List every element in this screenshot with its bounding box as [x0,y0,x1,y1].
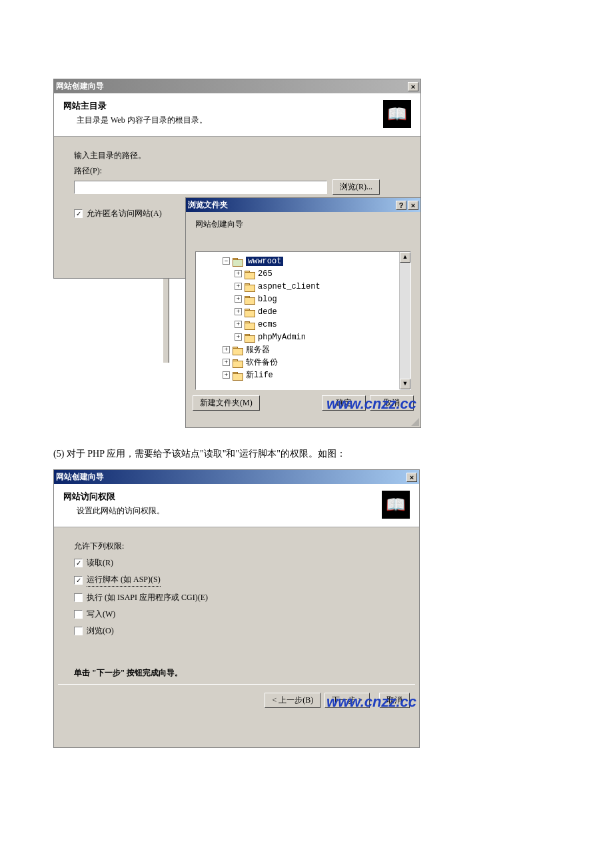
folder-tree[interactable]: − wwwroot + 265 + aspnet_client [195,251,411,390]
folder-icon [245,333,255,341]
perm-read-label: 读取(R) [87,557,113,569]
wizard-hint: 单击 "下一步" 按钮完成向导。 [74,667,399,679]
expander-plus-icon[interactable]: + [223,371,230,379]
path-label: 路径(P): [74,165,400,177]
expander-plus-icon[interactable]: + [235,270,242,277]
wizard-header-title: 网站主目录 [63,100,207,112]
wizard-permissions-dialog: 网站创建向导 × 网站访问权限 设置此网站的访问权限。 📖 允许下列权限: 读取… [53,469,420,748]
close-icon[interactable]: × [408,82,418,91]
perm-browse-label: 浏览(O) [87,625,114,637]
scroll-up-icon[interactable]: ▲ [400,252,410,263]
perm-exec-label: 执行 (如 ISAPI 应用程序或 CGI)(E) [87,592,208,603]
wizard2-header-sub: 设置此网站的访问权限。 [63,505,165,517]
expander-plus-icon[interactable]: + [223,346,230,353]
folder-icon [245,269,255,278]
anon-checkbox[interactable] [74,209,83,218]
expander-plus-icon[interactable]: + [235,321,242,328]
tree-node[interactable]: 新life [246,369,273,381]
folder-icon [233,371,243,379]
prompt-text: 输入主目录的路径。 [74,150,400,161]
allow-label: 允许下列权限: [74,541,399,552]
tree-node[interactable]: aspnet_client [258,282,320,291]
tree-node[interactable]: ecms [258,320,277,329]
anon-checkbox-label: 允许匿名访问网站(A) [87,208,162,219]
close-icon[interactable]: × [406,473,417,482]
close-icon[interactable]: × [408,201,418,210]
dialog-side-edge [163,279,169,363]
perm-script-checkbox[interactable] [74,576,83,585]
tree-node[interactable]: 软件备份 [246,357,278,368]
ok-button[interactable]: 确定 [322,395,366,411]
folder-icon [233,345,243,354]
browse-button[interactable]: 浏览(R)... [332,179,380,195]
new-folder-button[interactable]: 新建文件夹(M) [193,395,260,411]
help-icon[interactable]: ? [396,201,406,210]
folder-open-icon [233,257,243,265]
perm-write-label: 写入(W) [87,609,115,620]
tree-node[interactable]: phpMyAdmin [258,333,306,342]
resize-grip-icon[interactable] [410,417,419,426]
tree-node[interactable]: dede [258,307,277,317]
wizard2-title: 网站创建向导 [56,471,104,483]
path-input[interactable] [74,181,327,194]
wizard-header-sub: 主目录是 Web 内容子目录的根目录。 [63,115,207,126]
expander-minus-icon[interactable]: − [223,257,230,265]
scroll-down-icon[interactable]: ▼ [400,379,410,389]
folder-icon [233,358,243,367]
cancel-button[interactable]: 取消 [379,693,410,708]
browse-title-bar: 浏览文件夹 ? × [186,198,420,212]
tree-node-selected[interactable]: wwwroot [246,257,283,266]
browse-folder-dialog: 浏览文件夹 ? × 网站创建向导 − wwwroot + [185,197,421,428]
perm-exec-checkbox[interactable] [74,593,83,602]
tree-scrollbar[interactable]: ▲ ▼ [399,252,410,389]
tree-node[interactable]: 265 [258,269,273,279]
folder-icon [245,295,255,303]
expander-plus-icon[interactable]: + [235,333,242,341]
browse-title: 浏览文件夹 [188,199,228,211]
wizard-icon: 📖 [382,491,410,519]
folder-icon [245,282,255,291]
wizard-title: 网站创建向导 [56,81,104,92]
next-button[interactable]: 下一步 > [324,693,370,708]
prev-button[interactable]: < 上一步(B) [265,693,320,708]
cancel-button[interactable]: 取消 [370,395,414,411]
wizard-icon: 📖 [383,100,411,128]
step-caption: (5) 对于 PHP 应用，需要给予该站点"读取"和"运行脚本"的权限。如图： [53,448,613,460]
expander-plus-icon[interactable]: + [235,295,242,303]
wizard-title-bar: 网站创建向导 × [54,79,420,93]
folder-icon [245,307,255,316]
perm-read-checkbox[interactable] [74,559,83,567]
expander-plus-icon[interactable]: + [223,359,230,366]
tree-node[interactable]: 服务器 [246,344,270,355]
perm-script-label: 运行脚本 (如 ASP)(S) [87,574,161,587]
expander-plus-icon[interactable]: + [235,308,242,315]
tree-node[interactable]: blog [258,295,277,304]
browse-subtitle: 网站创建向导 [186,212,420,233]
wizard2-header-title: 网站访问权限 [63,491,165,503]
folder-icon [245,320,255,329]
wizard2-title-bar: 网站创建向导 × [54,470,419,484]
perm-write-checkbox[interactable] [74,610,83,619]
expander-plus-icon[interactable]: + [235,283,242,290]
perm-browse-checkbox[interactable] [74,627,83,635]
